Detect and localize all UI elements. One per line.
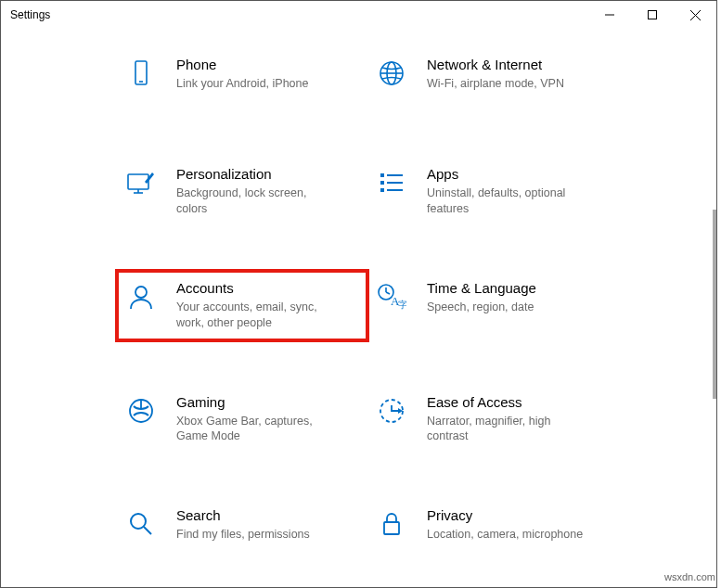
settings-window: Settings — [0, 0, 717, 588]
tile-subtitle: Speech, region, date — [427, 300, 589, 315]
svg-rect-17 — [387, 189, 403, 191]
lock-icon — [377, 509, 406, 539]
tile-title: Search — [176, 507, 356, 523]
tile-accounts[interactable]: Accounts Your accounts, email, sync, wor… — [117, 271, 367, 340]
svg-rect-13 — [387, 174, 403, 176]
ease-of-access-icon — [377, 396, 406, 426]
accounts-icon — [126, 282, 156, 312]
svg-rect-1 — [649, 11, 657, 19]
tile-subtitle: Xbox Game Bar, captures, Game Mode — [176, 414, 339, 445]
maximize-button[interactable] — [631, 1, 674, 29]
svg-rect-12 — [380, 173, 384, 177]
tile-title: Privacy — [427, 507, 607, 523]
tile-subtitle: Link your Android, iPhone — [176, 76, 339, 92]
window-title: Settings — [10, 8, 50, 21]
tile-privacy[interactable]: Privacy Location, camera, microphone — [367, 498, 618, 563]
tile-ease-of-access[interactable]: Ease of Access Narrator, magnifier, high… — [367, 385, 618, 454]
svg-line-21 — [386, 292, 390, 294]
tile-title: Apps — [427, 166, 607, 182]
apps-icon — [377, 168, 406, 198]
maximize-icon — [648, 10, 657, 19]
tile-subtitle: Uninstall, defaults, optional features — [427, 185, 589, 217]
close-icon — [690, 10, 701, 20]
content-area: Phone Link your Android, iPhone Net — [1, 29, 716, 587]
phone-icon — [126, 58, 156, 88]
tile-subtitle: Background, lock screen, colors — [176, 185, 339, 217]
close-button[interactable] — [674, 1, 716, 29]
window-controls — [588, 1, 716, 29]
svg-line-29 — [144, 527, 151, 534]
gaming-icon — [126, 396, 156, 426]
tile-title: Personalization — [176, 166, 356, 182]
svg-point-18 — [135, 287, 147, 298]
watermark: wsxdn.com — [664, 571, 715, 582]
tile-title: Network & Internet — [427, 57, 607, 72]
tile-search[interactable]: Search Find my files, permissions — [117, 498, 367, 563]
tile-subtitle: Narrator, magnifier, high contrast — [427, 414, 589, 445]
search-icon — [126, 509, 156, 539]
personalization-icon — [126, 168, 156, 198]
tile-phone[interactable]: Phone Link your Android, iPhone — [117, 47, 367, 112]
svg-rect-16 — [380, 188, 384, 192]
tile-gaming[interactable]: Gaming Xbox Game Bar, captures, Game Mod… — [117, 385, 367, 454]
tile-network[interactable]: Network & Internet Wi-Fi, airplane mode,… — [367, 47, 618, 112]
tile-subtitle: Location, camera, microphone — [427, 527, 589, 543]
time-language-icon: A 字 — [377, 282, 406, 312]
tile-time-language[interactable]: A 字 Time & Language Speech, region, date — [367, 271, 618, 340]
svg-text:字: 字 — [398, 300, 406, 310]
tile-title: Phone — [176, 57, 356, 72]
settings-grid: Phone Link your Android, iPhone Net — [1, 29, 716, 587]
tile-personalization[interactable]: Personalization Background, lock screen,… — [117, 157, 367, 226]
tile-subtitle: Find my files, permissions — [176, 527, 339, 543]
globe-icon — [377, 58, 406, 88]
tile-title: Ease of Access — [427, 394, 607, 410]
tile-title: Time & Language — [427, 280, 607, 296]
tile-apps[interactable]: Apps Uninstall, defaults, optional featu… — [367, 157, 618, 226]
tile-subtitle: Wi-Fi, airplane mode, VPN — [427, 76, 589, 92]
svg-rect-14 — [380, 181, 384, 185]
tile-title: Accounts — [176, 280, 356, 296]
tile-subtitle: Your accounts, email, sync, work, other … — [176, 300, 339, 331]
titlebar: Settings — [1, 1, 716, 29]
svg-rect-30 — [384, 522, 399, 534]
svg-point-28 — [131, 514, 146, 529]
minimize-button[interactable] — [588, 1, 631, 29]
svg-rect-15 — [387, 182, 403, 184]
tile-title: Gaming — [176, 394, 356, 410]
minimize-icon — [605, 10, 614, 19]
scrollbar[interactable] — [713, 210, 716, 399]
